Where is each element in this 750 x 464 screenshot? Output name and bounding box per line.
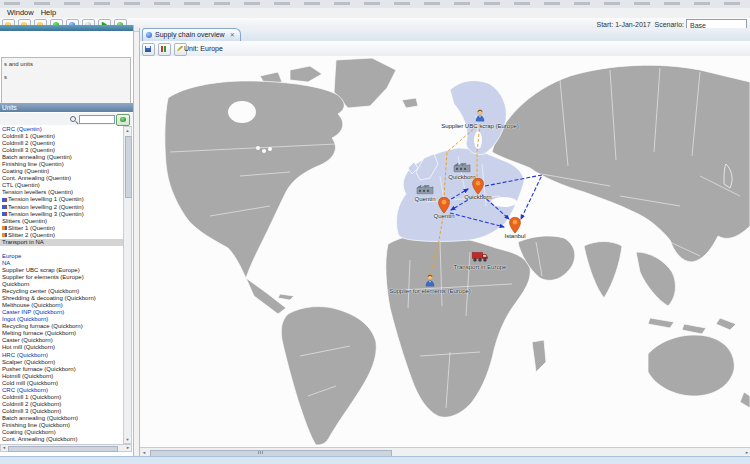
tree-item-icon [2,205,7,209]
globe-icon [146,32,152,38]
map-toolbar: Unit: Europe [140,41,750,57]
tree-item[interactable]: Caster (Quickborn) [0,337,123,344]
tab-close-icon[interactable]: ✕ [230,32,235,38]
scroll-left-icon[interactable]: ◄ [2,445,6,451]
tree-item[interactable]: Cont. Annealing (Quickborn) [0,436,123,443]
tree-item[interactable]: Supplier UBC scrap (Europe) [0,267,123,274]
scroll-up-icon[interactable]: ▲ [126,128,130,134]
tree-item[interactable]: HRC (Quickborn) [0,352,123,359]
tree-item[interactable]: Caster INP (Quickborn) [0,309,123,316]
scrollbar-thumb[interactable] [8,446,118,452]
tab-bar: Supply chain overview✕ [140,28,750,42]
tree-item[interactable]: Coating (Quentin) [0,168,123,175]
scrollbar-thumb[interactable] [125,136,132,198]
map-toolbar-button[interactable] [158,43,171,56]
map-toolbar-icon [161,46,167,52]
tree-item[interactable]: Quickborn [0,281,123,288]
sidebar-header-bar[interactable] [0,25,133,31]
tree-item[interactable]: Finishing line (Quentin) [0,161,123,168]
tree-item[interactable]: Pusher furnace (Quickborn) [0,366,123,373]
tree-item-icon [2,233,7,237]
tree-item[interactable]: Coldmill 1 (Quickborn) [0,394,123,401]
tree-item[interactable]: Recycling center (Quickborn) [0,288,123,295]
tree-item-label: CRC (Quentin) [2,126,42,132]
tree-item[interactable]: Coldmill 3 (Quentin) [0,147,123,154]
tree-item-label: Slitter 2 (Quentin) [8,232,55,238]
tree-item-label: Melthouse (Quickborn) [2,302,63,308]
tree-item[interactable]: Cold mill (Quickborn) [0,380,123,387]
supplier-person-icon [425,274,436,287]
scroll-down-icon[interactable]: ▼ [126,437,130,443]
search-icon [70,116,76,122]
tree-item-label: Tension levellers (Quentin) [2,189,73,195]
tree-item-label: Caster INP (Quickborn) [2,309,64,315]
tree-item[interactable]: Recycling furnace (Quickborn) [0,323,123,330]
tree-item[interactable]: Slitter 2 (Quentin) [0,232,123,239]
marker-label: Quickborn [464,194,491,200]
status-bar [0,456,750,464]
tree-item[interactable]: Slitters (Quentin) [0,218,123,225]
tree-item[interactable]: Coating (Quickborn) [0,429,123,436]
tree-item-label: Shredding & decoating (Quickborn) [2,295,96,301]
tree-vertical-scrollbar[interactable]: ▲ ▼ [123,126,132,444]
tree-item[interactable]: Supplier for elements (Europe) [0,274,123,281]
tree-item[interactable]: Slitter 1 (Quentin) [0,225,123,232]
tree-item[interactable]: Hot mill (Quickborn) [0,344,123,351]
scroll-right-icon[interactable]: ► [745,450,749,456]
map-toolbar-icon [177,46,183,52]
tab-title: Supply chain overview [155,31,225,38]
factory-icon [416,182,434,195]
tree-item[interactable]: CRC (Quickborn) [0,387,123,394]
tree-item-label: Batch annealing (Quentin) [2,154,72,160]
tree-item[interactable]: Tension levelling 2 (Quentin) [0,204,123,211]
tree-item-label: Batch annealing (Quickborn) [2,415,78,421]
search-go-button[interactable] [116,114,130,126]
tree-item[interactable]: Shredding & decoating (Quickborn) [0,295,123,302]
tree-horizontal-scrollbar[interactable]: ◄ ► [0,444,132,452]
tree-item[interactable]: Coldmill 2 (Quickborn) [0,401,123,408]
tree-item[interactable]: Melting furnace (Quickborn) [0,330,123,337]
marker-icon [416,182,434,195]
tree-item[interactable]: Batch annealing (Quentin) [0,154,123,161]
tree-item[interactable]: Europe [0,253,123,260]
menu-item[interactable]: Help [41,8,56,18]
tab-supply-chain-overview[interactable]: Supply chain overview✕ [142,28,241,41]
menu-item[interactable]: Window [7,8,34,18]
flow-line-blue [450,213,504,227]
tree-item[interactable]: NA [0,260,123,267]
tree-item[interactable]: Coldmill 2 (Quentin) [0,140,123,147]
tree-item-label: Finishing line (Quickborn) [2,422,70,428]
tree-item-label: Cont. Annealing (Quentin) [2,175,71,181]
map-toolbar-button[interactable] [142,43,155,56]
tree-item[interactable]: Tension levellers (Quentin) [0,189,123,196]
world-map[interactable]: Supplier UBC scrap (Europe) [140,56,750,447]
tree-item-label: CRC (Quickborn) [2,387,48,393]
tree-item[interactable]: Ingot (Quickborn) [0,316,123,323]
tree-item[interactable]: Scalper (Quickborn) [0,359,123,366]
marker-icon [453,160,471,173]
tree-item[interactable]: Tension levelling 3 (Quentin) [0,211,123,218]
tree-item[interactable]: Tension levelling 1 (Quentin) [0,196,123,203]
scroll-left-icon[interactable]: ◄ [142,450,146,456]
scroll-right-icon[interactable]: ► [126,445,130,451]
tree-item[interactable]: CRC (Quentin) [0,126,123,133]
tree-item[interactable]: Batch annealing (Quickborn) [0,415,123,422]
tree-item-label: Pusher furnace (Quickborn) [2,366,76,372]
tree-item[interactable]: Coldmill 3 (Quickborn) [0,408,123,415]
tree-item[interactable]: Melthouse (Quickborn) [0,302,123,309]
tree-item[interactable]: Hotmill (Quickborn) [0,373,123,380]
search-input[interactable] [79,115,115,124]
unit-label: Unit: Europe [184,41,223,56]
marker-icon [475,109,486,122]
tree-item[interactable]: Transport in NA [0,239,123,246]
marker-label: Transport in Europe [454,264,507,270]
tree-item-label: Tension levelling 1 (Quentin) [8,196,84,202]
supplier-person-icon [475,109,486,122]
tree-item[interactable]: Cont. Annealing (Quentin) [0,175,123,182]
tree-item-label: Tension levelling 3 (Quentin) [8,211,84,217]
tree-item-icon [2,198,7,202]
tree-item[interactable]: Coldmill 1 (Quentin) [0,133,123,140]
tree-item[interactable]: CTL (Quentin) [0,182,123,189]
tree-item-label: Slitter 1 (Quentin) [8,225,55,231]
tree-item[interactable]: Finishing line (Quickborn) [0,422,123,429]
